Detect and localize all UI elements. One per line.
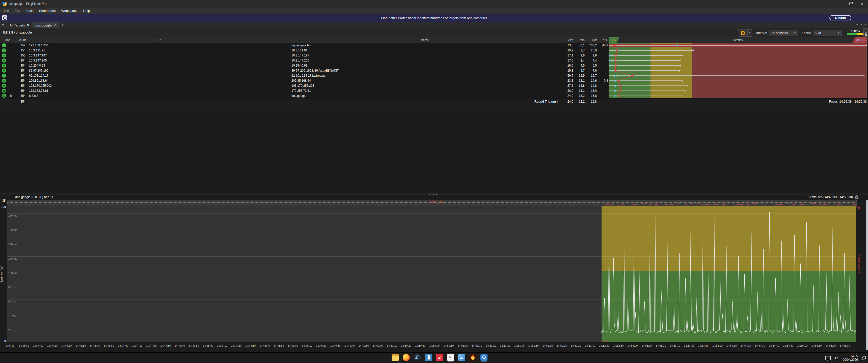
min-cell: 4,7 — [573, 68, 585, 73]
count-cell: 354 — [15, 93, 26, 98]
time-tick-label: 14:49:30 — [330, 344, 341, 347]
clock[interactable]: 14:55 20/04/2026 — [843, 355, 858, 362]
zen-browser-icon[interactable]: Z — [436, 354, 443, 361]
timeline-scrollbar[interactable] — [866, 200, 868, 351]
close-tab-icon[interactable]: ✕ — [27, 24, 29, 27]
packet-loss-cell: 48,3 — [597, 43, 608, 48]
min-cell: 1,7 — [573, 48, 585, 53]
titlebar: dns.google - PingPlotter Pro ─ ✕ — [0, 0, 868, 7]
time-tick-label: 14:50:10 — [387, 344, 397, 347]
time-tick-label: 14:50:50 — [443, 344, 454, 347]
focus-range-label: Focus: 14:52:38 - 14:55:38 — [829, 99, 867, 104]
time-tick-label: 14:46:00 — [33, 344, 43, 347]
count-cell: 354 — [15, 68, 26, 73]
avg-cell: 23,8 — [559, 78, 573, 83]
avg-cell: 28,0 — [559, 88, 573, 93]
cur-cell: 7,6 — [585, 68, 597, 73]
hop-number-badge: 11 — [2, 94, 6, 98]
latency-axis-max: 190 — [0, 205, 6, 209]
time-tick-label: 14:51:20 — [486, 344, 496, 347]
column-header-hop[interactable]: Hop — [0, 37, 15, 43]
snipping-tool-icon[interactable]: ✂ — [447, 354, 454, 361]
hop-number-badge: 7 — [2, 74, 6, 78]
time-tick-label: 14:55:10 — [811, 344, 822, 347]
column-header-ip[interactable]: IP — [28, 37, 290, 43]
column-header-name[interactable]: Name — [290, 37, 559, 43]
column-header-min[interactable]: Min — [573, 37, 585, 43]
tab-list-icon[interactable]: ≡ — [0, 22, 6, 28]
tab-all-targets[interactable]: All Targets ✕ — [6, 22, 33, 28]
firefox-icon[interactable] — [403, 354, 410, 361]
time-tick-label: 4:45:40 — [5, 344, 14, 347]
interval-select[interactable]: 0,5 seconds▼ — [769, 30, 798, 36]
menu-edit[interactable]: Edit — [12, 7, 23, 14]
pause-dropdown[interactable]: ▼ — [748, 29, 752, 37]
ip-cell: 10.3.131.91 — [29, 48, 45, 53]
menu-help[interactable]: Help — [80, 7, 93, 14]
time-tick-label: 14:55:00 — [797, 344, 807, 347]
timeline-range-button[interactable]: 10 minutes (14:45:38 - 14:55:38) — [807, 195, 853, 199]
time-tick-label: 14:47:30 — [160, 344, 171, 347]
ip-cell: 192.168.1.254 — [29, 43, 49, 48]
avg-cell: 27,5 — [559, 83, 573, 88]
time-tick-label: 14:48:50 — [274, 344, 284, 347]
menu-summaries[interactable]: Summaries — [36, 7, 59, 14]
stats-app-icon[interactable] — [425, 354, 432, 361]
file-explorer-icon[interactable] — [392, 354, 399, 361]
focus-select[interactable]: Auto▼ — [813, 30, 841, 36]
network-tray-icon[interactable] — [825, 356, 831, 360]
time-tick-label: 14:55:20 — [826, 344, 836, 347]
time-tick-label: 14:54:30 — [755, 344, 765, 347]
steam-icon[interactable] — [414, 354, 421, 361]
hop-number-badge: 2 — [2, 48, 6, 53]
tab-menu-icon[interactable]: ▾ — [865, 23, 867, 26]
time-tick-label: 14:52:20 — [571, 344, 581, 347]
pingplotter-taskbar-icon[interactable] — [480, 354, 488, 361]
tab-scroll-left-icon[interactable]: ◂ — [856, 23, 858, 26]
maximize-button[interactable] — [845, 0, 857, 7]
close-button[interactable]: ✕ — [857, 0, 868, 7]
time-tick-label: 14:53:00 — [627, 344, 638, 347]
column-header-cur[interactable]: Cur — [585, 37, 597, 43]
column-header-avg[interactable]: Avg — [559, 37, 573, 43]
hop-number-badge: 9 — [2, 84, 6, 88]
menu-file[interactable]: File — [1, 7, 12, 14]
avg-cell: 24,0 — [559, 93, 573, 98]
new-tab-button[interactable]: + — [59, 22, 66, 28]
trace-table: 1352192.168.1.254myfastgate.lan13,60,116… — [0, 43, 868, 98]
min-cell: 3,6 — [573, 53, 585, 58]
details-button[interactable]: Details — [829, 15, 851, 21]
tab-dns-google[interactable]: dns.google ✓ — [33, 22, 60, 28]
count-cell: 354 — [15, 78, 26, 83]
flame-app-icon[interactable] — [469, 354, 476, 361]
time-tick-label: 14:55:30 — [840, 344, 850, 347]
notification-bell-icon[interactable]: z — [862, 356, 866, 360]
timeline-options-icon[interactable]: ▼ — [855, 195, 859, 199]
volume-muted-icon[interactable] — [834, 356, 839, 360]
minimize-button[interactable]: ─ — [833, 0, 845, 7]
ip-cell: 108.170.255.203 — [29, 83, 52, 88]
tab-scroll-right-icon[interactable]: ▸ — [861, 23, 862, 26]
pane-splitter[interactable]: ●●● — [0, 193, 868, 195]
pause-button[interactable] — [738, 29, 748, 37]
cur-cell: 5,5 — [585, 63, 597, 68]
menu-workspace[interactable]: Workspace — [58, 7, 80, 14]
packet-loss-axis-label: Packet Loss % — [858, 254, 861, 274]
timeline-graph-icon[interactable] — [8, 95, 12, 97]
tabbar: ≡ All Targets ✕ dns.google ✓ + ◂ ▸ ▾ — [0, 22, 868, 28]
latency-markers — [609, 43, 867, 98]
time-tick-label: 14:50:20 — [401, 344, 411, 347]
timeline-plot[interactable]: 180 ms160 ms140 ms120 ms100 ms80 ms60 ms… — [7, 206, 856, 342]
start-button[interactable] — [380, 354, 388, 361]
menu-tools[interactable]: Tools — [23, 7, 36, 14]
packet-loss-cell — [597, 53, 608, 58]
min-cell: 3,4 — [573, 58, 585, 63]
column-header-pl[interactable]: PL% — [597, 37, 608, 43]
time-tick-label: 14:50:00 — [373, 344, 383, 347]
photos-icon[interactable] — [458, 354, 465, 361]
target-header: 8.8.8.8 / dns.google ▼ Interval 0,5 seco… — [0, 28, 868, 38]
pause-icon — [741, 31, 745, 35]
cur-cell: 14,6 — [585, 78, 597, 83]
column-header-count[interactable]: Count — [15, 37, 28, 43]
footer-avg: 24,0 — [559, 99, 573, 104]
